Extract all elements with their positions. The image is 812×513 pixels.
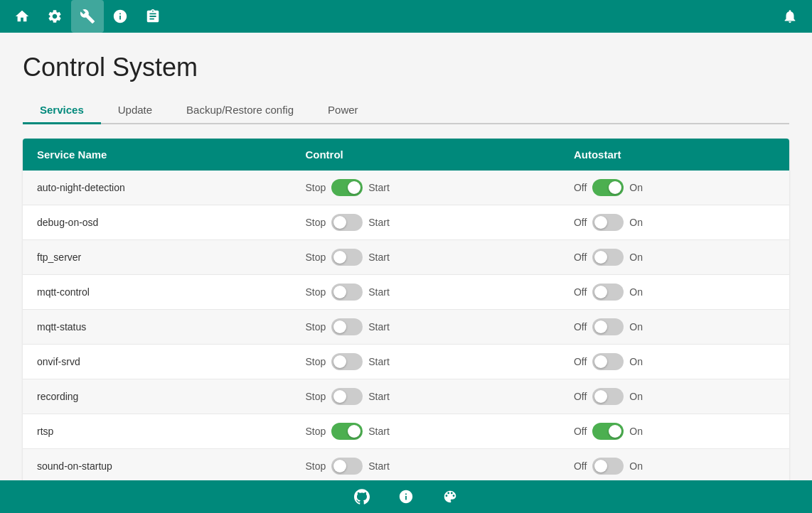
off-label: Off [574, 356, 587, 367]
tab-services[interactable]: Services [23, 97, 101, 123]
service-name-cell: mqtt-status [37, 321, 305, 333]
on-label: On [629, 286, 643, 298]
table-row: mqtt-controlStopStartOffOn [23, 275, 789, 310]
service-name-cell: onvif-srvd [37, 356, 305, 367]
control-toggle[interactable] [331, 388, 363, 405]
start-label: Start [368, 356, 390, 367]
on-label: On [629, 182, 643, 193]
tab-backup-restore[interactable]: Backup/Restore config [169, 97, 311, 123]
bottom-github-icon[interactable] [354, 489, 370, 504]
control-toggle[interactable] [331, 423, 363, 440]
table-row: rtspStopStartOffOn [23, 414, 789, 449]
services-table: Service Name Control Autostart auto-nigh… [23, 139, 789, 480]
header-control: Control [305, 148, 573, 161]
table-row: recordingStopStartOffOn [23, 379, 789, 414]
stop-label: Stop [305, 356, 326, 367]
autostart-cell: OffOn [574, 458, 775, 475]
on-label: On [629, 252, 643, 263]
control-toggle[interactable] [331, 214, 363, 231]
control-cell: StopStart [305, 458, 573, 475]
off-label: Off [574, 286, 587, 298]
table-row: ftp_serverStopStartOffOn [23, 240, 789, 275]
control-cell: StopStart [305, 214, 573, 231]
control-toggle[interactable] [331, 284, 363, 301]
autostart-cell: OffOn [574, 423, 775, 440]
start-label: Start [368, 391, 390, 402]
start-label: Start [368, 460, 390, 472]
autostart-toggle[interactable] [592, 423, 624, 440]
autostart-cell: OffOn [574, 249, 775, 266]
table-body: auto-night-detectionStopStartOffOndebug-… [23, 171, 789, 480]
stop-label: Stop [305, 460, 326, 472]
header-autostart: Autostart [574, 148, 775, 161]
on-label: On [629, 321, 643, 333]
nav-tools-icon[interactable] [71, 0, 104, 33]
top-navbar [0, 0, 812, 33]
on-label: On [629, 356, 643, 367]
autostart-toggle[interactable] [592, 353, 624, 370]
stop-label: Stop [305, 391, 326, 402]
table-row: auto-night-detectionStopStartOffOn [23, 171, 789, 205]
start-label: Start [368, 286, 390, 298]
autostart-cell: OffOn [574, 214, 775, 231]
off-label: Off [574, 182, 587, 193]
off-label: Off [574, 391, 587, 402]
bottom-info-icon[interactable] [398, 489, 414, 504]
autostart-toggle[interactable] [592, 214, 624, 231]
start-label: Start [368, 321, 390, 333]
control-toggle[interactable] [331, 318, 363, 335]
control-cell: StopStart [305, 284, 573, 301]
autostart-cell: OffOn [574, 284, 775, 301]
start-label: Start [368, 182, 390, 193]
stop-label: Stop [305, 286, 326, 298]
on-label: On [629, 217, 643, 228]
header-service-name: Service Name [37, 148, 305, 161]
on-label: On [629, 391, 643, 402]
nav-settings-icon[interactable] [38, 0, 71, 33]
start-label: Start [368, 252, 390, 263]
control-cell: StopStart [305, 423, 573, 440]
control-toggle[interactable] [331, 249, 363, 266]
service-name-cell: debug-on-osd [37, 217, 305, 228]
service-name-cell: auto-night-detection [37, 182, 305, 193]
stop-label: Stop [305, 217, 326, 228]
autostart-toggle[interactable] [592, 284, 624, 301]
autostart-toggle[interactable] [592, 318, 624, 335]
table-header: Service Name Control Autostart [23, 139, 789, 171]
control-cell: StopStart [305, 388, 573, 405]
autostart-cell: OffOn [574, 353, 775, 370]
stop-label: Stop [305, 321, 326, 333]
control-cell: StopStart [305, 318, 573, 335]
control-toggle[interactable] [331, 353, 363, 370]
off-label: Off [574, 252, 587, 263]
nav-home-icon[interactable] [6, 0, 38, 33]
tab-power[interactable]: Power [311, 97, 375, 123]
control-cell: StopStart [305, 353, 573, 370]
autostart-cell: OffOn [574, 388, 775, 405]
off-label: Off [574, 321, 587, 333]
table-row: mqtt-statusStopStartOffOn [23, 310, 789, 345]
off-label: Off [574, 460, 587, 472]
nav-clipboard-icon[interactable] [137, 0, 169, 33]
table-row: debug-on-osdStopStartOffOn [23, 205, 789, 240]
nav-bell-icon[interactable] [774, 0, 806, 33]
bottom-palette-icon[interactable] [442, 489, 458, 504]
control-toggle[interactable] [331, 458, 363, 475]
control-toggle[interactable] [331, 179, 363, 196]
tab-update[interactable]: Update [101, 97, 169, 123]
off-label: Off [574, 426, 587, 437]
nav-info-icon[interactable] [104, 0, 137, 33]
control-cell: StopStart [305, 249, 573, 266]
autostart-toggle[interactable] [592, 458, 624, 475]
tabs-container: Services Update Backup/Restore config Po… [23, 97, 789, 124]
autostart-toggle[interactable] [592, 388, 624, 405]
service-name-cell: sound-on-startup [37, 460, 305, 472]
service-name-cell: mqtt-control [37, 286, 305, 298]
control-cell: StopStart [305, 179, 573, 196]
on-label: On [629, 460, 643, 472]
autostart-toggle[interactable] [592, 249, 624, 266]
off-label: Off [574, 217, 587, 228]
service-name-cell: rtsp [37, 426, 305, 437]
service-name-cell: recording [37, 391, 305, 402]
autostart-toggle[interactable] [592, 179, 624, 196]
